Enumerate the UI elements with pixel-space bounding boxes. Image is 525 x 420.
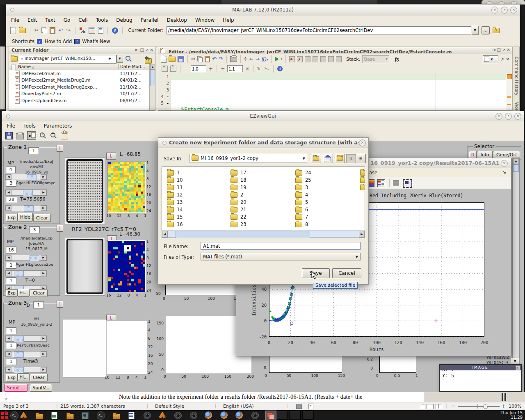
taskbar-folder-icon[interactable] [66, 411, 74, 419]
breadcrumb[interactable]: « InovImager_jwrCF_WINLinx150... [19, 55, 116, 64]
folder-item[interactable]: 11 [167, 184, 183, 191]
taskbar-overflow-dots[interactable]: ... [60, 413, 64, 417]
taskbar-viewer-icon[interactable] [81, 411, 89, 419]
zone2-field3[interactable]: 1 [6, 277, 16, 284]
spotview-button[interactable]: SpotV... [30, 384, 52, 392]
taskbar-terminal-icon[interactable]: >_ [10, 411, 18, 419]
taskbar-terminal-icon[interactable]: >_ [97, 411, 105, 419]
window-menu-dot[interactable] [162, 141, 167, 145]
taskbar-overflow-dots[interactable]: ... [153, 413, 157, 417]
redo-icon[interactable]: ↷ [66, 27, 71, 33]
insert-cell-icon[interactable]: + [162, 66, 168, 72]
taskbar-folder-icon[interactable] [112, 411, 120, 419]
copy-icon[interactable] [197, 56, 203, 62]
taskbar-eye-icon[interactable] [143, 411, 151, 419]
up-folder-icon[interactable]: ↰ [493, 28, 500, 33]
status-language[interactable]: English (USA) [223, 404, 254, 409]
zone2-scrollbar1[interactable]: ◀▶ [5, 255, 47, 261]
run-icon[interactable] [275, 57, 279, 62]
up-one-level-button[interactable]: ↰ [311, 154, 321, 163]
step-icon[interactable] [305, 56, 310, 62]
zone3-scrollbar1[interactable]: ◀▶ [5, 336, 47, 342]
maximize-panel-icon[interactable]: □ [497, 48, 500, 52]
folder-item[interactable] [360, 184, 365, 191]
minimize-button[interactable]: ∨ [495, 113, 502, 120]
menu-item[interactable]: Tools [23, 123, 36, 129]
zoom-in-control[interactable]: + [501, 403, 505, 409]
new-icon[interactable] [161, 56, 167, 63]
layout-selector[interactable]: ▼ [483, 55, 498, 63]
exit-debug-icon[interactable] [336, 56, 342, 62]
close-dialog-icon[interactable]: ✕ [359, 139, 366, 146]
dock-icon[interactable]: ⇤ [135, 48, 139, 52]
color-tiles-icon[interactable] [377, 179, 385, 187]
zone3-field1[interactable]: 1 [6, 327, 16, 334]
search-icon[interactable] [126, 56, 130, 62]
scroll-up-arrow[interactable]: ▲ [513, 158, 519, 164]
file-list-scrollbar[interactable]: ▲ [149, 64, 155, 110]
taskbar-overflow-dots[interactable]: ... [230, 413, 234, 417]
scroll-thumb[interactable] [150, 70, 155, 86]
undo-icon[interactable]: ↶ [58, 27, 63, 33]
taskbar-clock[interactable]: Thu Jun 1511:29 [501, 411, 523, 420]
colormap-icon[interactable] [368, 179, 374, 187]
folder-item[interactable] [360, 169, 365, 176]
cut-icon[interactable]: ✂ [191, 56, 195, 62]
taskbar-overflow-dots[interactable]: ... [91, 413, 95, 417]
zone1-scrollbar1[interactable]: ◀▶ [5, 174, 47, 180]
comment-icon[interactable]: %⁺ [257, 66, 262, 71]
clear-breakpoints-icon[interactable]: ✗ [297, 56, 303, 62]
menu-item[interactable]: File [7, 123, 15, 129]
menu-item[interactable]: Window [195, 17, 215, 23]
list-view-button[interactable]: ☰ [356, 154, 366, 163]
zone1-colorbar-button[interactable]: L [106, 153, 116, 160]
open-icon[interactable] [169, 57, 176, 62]
file-name-input[interactable]: A1.mat [201, 242, 361, 250]
editor-scrollbar[interactable] [506, 73, 512, 110]
zone3-hide-button[interactable]: Hi... [18, 373, 30, 381]
copy-icon[interactable] [41, 27, 47, 34]
minimize-button[interactable]: ∨ [491, 7, 498, 14]
print-icon[interactable] [16, 133, 24, 139]
divide-icon[interactable]: ÷ [221, 66, 225, 72]
zone2-heatmap[interactable] [108, 240, 146, 292]
folder-item[interactable]: 20 [231, 199, 247, 206]
zone1-field1[interactable]: 4 [6, 166, 16, 173]
taskbar-empty-slot[interactable] [302, 411, 314, 420]
folder-item[interactable]: 3 [295, 184, 311, 191]
folder-item[interactable]: 14 [167, 206, 183, 213]
grid-view-button[interactable]: ⠿ [346, 154, 356, 163]
folder-item[interactable]: 25 [295, 176, 311, 184]
current-folder-input[interactable] [167, 26, 471, 34]
folder-item[interactable]: 24 [295, 169, 311, 176]
stack-dropdown[interactable]: Base▼ [362, 55, 389, 63]
gray-square-icon[interactable] [393, 180, 399, 186]
increase-font-icon[interactable]: + [209, 66, 213, 72]
forward-icon[interactable]: → [256, 56, 260, 62]
new-file-icon[interactable] [10, 27, 16, 34]
image-region-icon[interactable] [403, 179, 412, 188]
view-book-icon[interactable] [436, 404, 442, 409]
browse-folder-button[interactable]: ... [482, 26, 490, 34]
taskbar-active-icon[interactable] [267, 411, 274, 419]
taskbar-empty-slot[interactable] [289, 411, 301, 420]
selection-mode-icon[interactable] [296, 404, 302, 409]
folder-item[interactable]: 18 [231, 176, 247, 184]
status-zoom-value[interactable]: 100% [509, 404, 521, 409]
view-multi-page-icon2[interactable] [430, 404, 434, 409]
folder-item[interactable]: 13 [167, 199, 183, 206]
folder-item[interactable]: 19 [231, 184, 247, 191]
ezview-titlebar[interactable]: EZviewGui ∨ ∧ ✕ [2, 111, 524, 122]
status-page[interactable]: Page 3 of 3 [3, 404, 29, 409]
taskbar-overflow-dots[interactable]: ... [76, 413, 80, 417]
zoom-out-icon[interactable]: − [50, 132, 57, 139]
annotate-icon[interactable]: ➤ [27, 131, 36, 140]
taskbar-overflow-dots[interactable]: ... [215, 413, 218, 417]
close-editor-icon[interactable]: ✕ [506, 57, 509, 62]
undock-icon[interactable]: ↗ [145, 48, 148, 52]
zone2-i-button[interactable]: I [57, 225, 63, 232]
folder-listing[interactable]: 110111213141516 171819220212223 24253456… [162, 167, 365, 231]
folder-item[interactable]: 23 [231, 221, 247, 228]
scroll-thumb[interactable] [513, 164, 519, 172]
folder-item[interactable]: 15 [167, 213, 183, 221]
